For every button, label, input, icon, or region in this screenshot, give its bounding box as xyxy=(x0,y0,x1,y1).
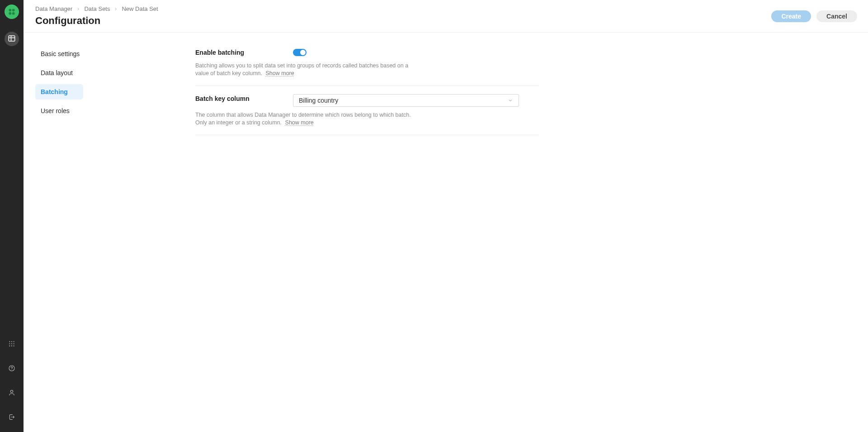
svg-point-1 xyxy=(12,9,15,11)
subnav-item-label: Data layout xyxy=(41,69,73,76)
svg-point-13 xyxy=(14,345,14,346)
svg-point-6 xyxy=(11,341,12,342)
rail-datasets-button[interactable] xyxy=(5,32,19,46)
svg-point-12 xyxy=(11,345,12,346)
svg-point-3 xyxy=(12,12,15,15)
enable-batching-help: Batching allows you to split data set in… xyxy=(195,62,412,77)
user-icon xyxy=(8,389,15,398)
svg-point-2 xyxy=(9,12,11,15)
subnav-basic-settings[interactable]: Basic settings xyxy=(35,46,85,62)
cancel-button[interactable]: Cancel xyxy=(816,10,857,22)
svg-point-11 xyxy=(9,345,10,346)
header-actions: Create Cancel xyxy=(771,10,857,22)
body: Basic settings Data layout Batching User… xyxy=(24,33,868,146)
svg-point-8 xyxy=(9,343,10,344)
breadcrumb-item-data-sets[interactable]: Data Sets xyxy=(84,5,110,13)
enable-batching-label: Enable batching xyxy=(195,48,284,57)
settings-subnav: Basic settings Data layout Batching User… xyxy=(35,43,184,135)
page-header: Data Manager Data Sets New Data Set Conf… xyxy=(24,0,868,33)
svg-point-10 xyxy=(14,343,14,344)
enable-batching-help-text: Batching allows you to split data set in… xyxy=(195,62,408,76)
subnav-data-layout[interactable]: Data layout xyxy=(35,65,83,81)
page-title: Configuration xyxy=(35,14,771,27)
section-enable-batching: Enable batching Batching allows you to s… xyxy=(195,48,539,86)
chevron-down-icon xyxy=(508,98,513,103)
app-logo[interactable] xyxy=(5,5,19,19)
rail-user-button[interactable] xyxy=(5,386,19,400)
svg-point-16 xyxy=(10,390,13,392)
help-icon xyxy=(8,365,15,373)
apps-icon xyxy=(8,340,15,349)
section-batch-key: Batch key column Billing country The col… xyxy=(195,86,539,135)
svg-point-15 xyxy=(11,369,12,370)
chevron-right-icon xyxy=(113,7,118,11)
app-rail xyxy=(0,0,24,432)
batch-key-show-more[interactable]: Show more xyxy=(285,119,314,126)
enable-batching-show-more[interactable]: Show more xyxy=(265,70,294,76)
batch-key-select[interactable]: Billing country xyxy=(293,94,519,107)
breadcrumb: Data Manager Data Sets New Data Set xyxy=(35,5,771,13)
enable-batching-toggle[interactable] xyxy=(293,49,307,56)
svg-point-7 xyxy=(14,341,14,342)
chevron-right-icon xyxy=(76,7,80,11)
svg-rect-4 xyxy=(9,36,15,41)
create-button[interactable]: Create xyxy=(771,10,811,22)
table-icon xyxy=(8,34,16,44)
batch-key-help: The column that allows Data Manager to d… xyxy=(195,111,412,127)
subnav-batching[interactable]: Batching xyxy=(35,84,83,100)
breadcrumb-item-new-data-set[interactable]: New Data Set xyxy=(122,5,158,13)
main-area: Data Manager Data Sets New Data Set Conf… xyxy=(24,0,868,432)
batch-key-label: Batch key column xyxy=(195,94,284,103)
rail-help-button[interactable] xyxy=(5,361,19,376)
svg-point-5 xyxy=(9,341,10,342)
subnav-item-label: User roles xyxy=(41,107,70,114)
rail-logout-button[interactable] xyxy=(5,410,19,425)
settings-content: Enable batching Batching allows you to s… xyxy=(195,43,539,135)
batch-key-select-value: Billing country xyxy=(299,97,338,104)
subnav-user-roles[interactable]: User roles xyxy=(35,103,83,119)
subnav-item-label: Batching xyxy=(41,88,68,95)
rail-apps-button[interactable] xyxy=(5,337,19,351)
breadcrumb-item-data-manager[interactable]: Data Manager xyxy=(35,5,72,13)
svg-point-0 xyxy=(9,9,11,11)
logout-icon xyxy=(8,413,15,422)
svg-point-9 xyxy=(11,343,12,344)
subnav-item-label: Basic settings xyxy=(41,50,80,57)
